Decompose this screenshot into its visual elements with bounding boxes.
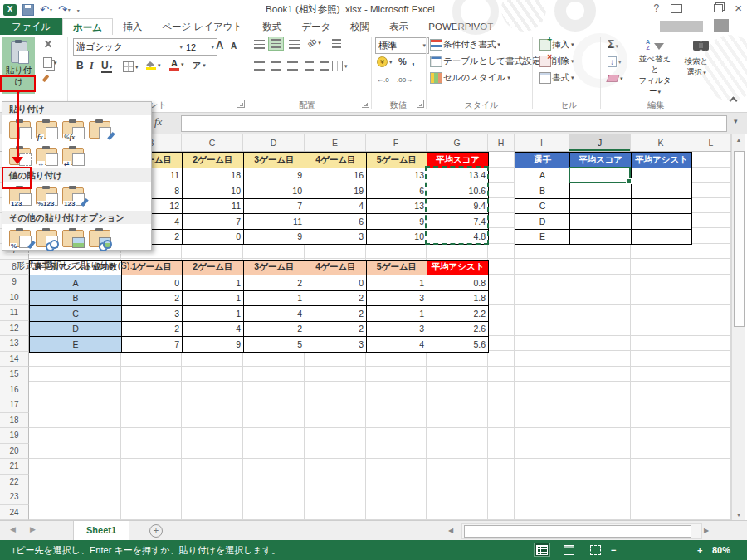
assists-header[interactable]: 5ゲーム目	[367, 261, 427, 276]
player-cell[interactable]: D	[30, 322, 122, 338]
tab-insert[interactable]: 挿入	[113, 18, 152, 35]
prev-sheet-icon[interactable]: ◀	[10, 525, 16, 533]
cell[interactable]: 2.6	[427, 322, 489, 338]
cell-styles-button[interactable]: セルのスタイル	[430, 72, 510, 84]
customize-qat-icon[interactable]	[76, 2, 80, 17]
cell[interactable]: 13.4	[427, 168, 489, 184]
col-header-D[interactable]: D	[243, 134, 305, 151]
col-header-K[interactable]: K	[631, 134, 691, 151]
align-middle-button[interactable]	[269, 37, 283, 50]
cell[interactable]: 10	[367, 230, 427, 246]
tab-home[interactable]: ホーム	[62, 18, 113, 35]
italic-button[interactable]: I	[90, 60, 94, 72]
decrease-indent-button[interactable]	[305, 61, 314, 71]
delete-cells-button[interactable]: 削除	[540, 56, 574, 67]
save-icon[interactable]	[22, 4, 34, 16]
cell[interactable]	[632, 183, 692, 199]
col-header-I[interactable]: I	[515, 134, 569, 151]
cell[interactable]: 18	[183, 168, 244, 184]
expand-formula-bar-icon[interactable]: ▾	[734, 117, 738, 125]
cell[interactable]: 19	[305, 183, 367, 199]
row-header-16[interactable]: 16	[0, 382, 29, 398]
assists-header-average[interactable]: 平均アシスト	[427, 261, 489, 276]
scroll-down-icon[interactable]: ▼	[734, 512, 744, 518]
row-header-11[interactable]: 11	[0, 305, 29, 321]
cell[interactable]: 2	[305, 322, 367, 338]
scores-header[interactable]: 4ゲーム目	[305, 153, 367, 168]
formulas-icon[interactable]: fx	[36, 121, 57, 139]
maximize-icon[interactable]	[714, 4, 723, 12]
row-header-10[interactable]: 10	[0, 290, 29, 306]
cell[interactable]: 2	[305, 291, 367, 307]
tab-view[interactable]: 表示	[379, 18, 418, 35]
cell[interactable]	[632, 199, 692, 215]
increase-indent-button[interactable]	[320, 61, 329, 71]
cell[interactable]: 4.8	[427, 230, 489, 246]
tab-data[interactable]: データ	[291, 18, 340, 35]
player-cell[interactable]: C	[30, 306, 122, 322]
cell[interactable]	[570, 230, 632, 246]
row-header-23[interactable]: 23	[0, 489, 29, 505]
cell[interactable]: 5.6	[427, 337, 489, 353]
cell[interactable]: 7	[122, 337, 183, 353]
row-header-19[interactable]: 19	[0, 428, 29, 444]
assists-header[interactable]: 3ゲーム目	[244, 261, 305, 276]
col-header-H[interactable]: H	[488, 134, 515, 151]
cell[interactable]: 2	[244, 322, 305, 338]
format-as-table-button[interactable]: テーブルとして書式設定	[430, 56, 545, 67]
cell[interactable]: 2.2	[427, 306, 489, 322]
font-color-button[interactable]: A	[169, 59, 184, 71]
fill-color-button[interactable]	[146, 61, 161, 70]
col-header-G[interactable]: G	[427, 134, 488, 151]
fill-handle[interactable]	[626, 178, 632, 184]
undo-icon[interactable]: ↶	[40, 5, 52, 15]
cell[interactable]: 10.6	[427, 183, 489, 199]
cell[interactable]	[570, 199, 632, 215]
cell[interactable]: 4	[183, 322, 244, 338]
cell[interactable]: 9	[367, 214, 427, 230]
help-icon[interactable]: ?	[654, 2, 660, 15]
cell[interactable]	[570, 183, 632, 199]
cell[interactable]: 3	[367, 291, 427, 307]
align-top-button[interactable]	[254, 40, 265, 49]
comma-style-button[interactable]: ,	[412, 55, 415, 67]
cell[interactable]: 1	[183, 275, 244, 291]
keep-source-column-widths-icon[interactable]: ↔	[36, 148, 57, 165]
col-header-E[interactable]: E	[305, 134, 366, 151]
player-cell[interactable]: B	[30, 291, 122, 307]
bold-button[interactable]: B	[76, 60, 84, 71]
tab-powerpivot[interactable]: POWERPIVOT	[418, 18, 503, 35]
formatting-icon[interactable]: %	[9, 230, 31, 247]
row-header-21[interactable]: 21	[0, 459, 29, 475]
cell[interactable]: 2	[122, 291, 183, 307]
cell[interactable]: 9	[183, 337, 244, 353]
col-header-J[interactable]: J	[569, 134, 631, 151]
cell[interactable]: 3	[367, 322, 427, 338]
tab-page-layout[interactable]: ページ レイアウト	[152, 18, 252, 35]
players-header[interactable]: 選手	[515, 153, 570, 168]
values-source-formatting-icon[interactable]: 123	[62, 187, 84, 205]
copy-button[interactable]	[43, 57, 57, 68]
font-size-combo[interactable]: 12▾	[183, 38, 217, 56]
col-header-F[interactable]: F	[366, 134, 427, 151]
cell[interactable]: 13	[367, 199, 427, 215]
row-header-22[interactable]: 22	[0, 475, 29, 490]
cell[interactable]: 0	[305, 275, 367, 291]
cell[interactable]: 9.4	[427, 199, 489, 215]
normal-view-icon[interactable]	[535, 543, 549, 556]
cell[interactable]: 1	[367, 306, 427, 322]
scores-header-average[interactable]: 平均スコア	[427, 153, 489, 168]
tab-review[interactable]: 校閲	[340, 18, 379, 35]
cell[interactable]: 16	[305, 168, 367, 184]
cell[interactable]: C	[515, 199, 570, 215]
cell[interactable]: D	[515, 214, 570, 230]
scores-header[interactable]: 5ゲーム目	[367, 153, 427, 168]
zoom-level[interactable]: 80%	[712, 540, 730, 560]
cell[interactable]: 7	[183, 214, 244, 230]
wrap-text-button[interactable]	[332, 39, 341, 48]
minimize-icon[interactable]	[694, 12, 702, 12]
underline-button[interactable]: U	[101, 60, 112, 73]
paste-values-icon[interactable]: 123	[9, 187, 31, 205]
row-header-13[interactable]: 13	[0, 336, 29, 352]
shrink-font-button[interactable]: A	[231, 41, 237, 51]
